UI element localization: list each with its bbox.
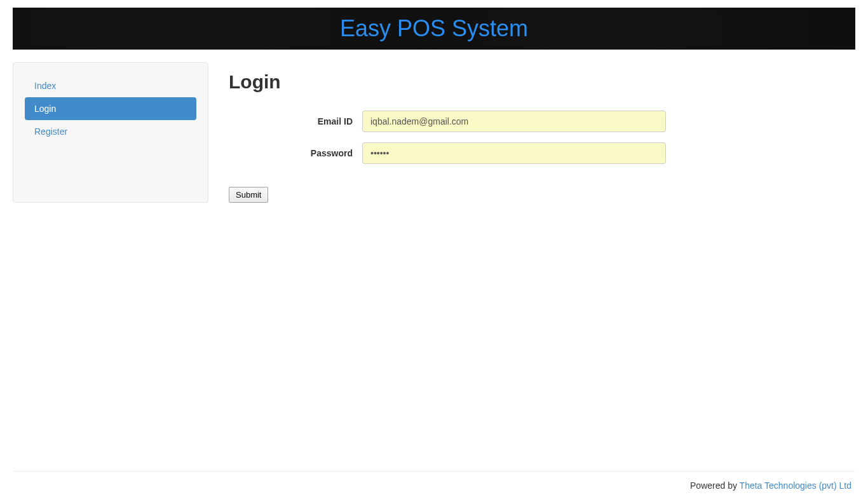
footer-prefix: Powered by xyxy=(690,480,740,491)
footer-link[interactable]: Theta Technologies (pvt) Ltd xyxy=(740,480,851,491)
submit-button[interactable]: Submit xyxy=(229,187,268,203)
sidebar: Index Login Register xyxy=(13,62,208,203)
main-content: Login Email ID Password Submit xyxy=(208,62,855,203)
page-title: Login xyxy=(229,71,849,93)
sidebar-item-login[interactable]: Login xyxy=(25,97,196,120)
form-row-email: Email ID xyxy=(229,111,849,132)
app-title: Easy POS System xyxy=(340,15,528,42)
content-wrapper: Index Login Register Login Email ID Pass… xyxy=(13,62,855,203)
form-row-password: Password xyxy=(229,142,849,164)
email-field[interactable] xyxy=(362,111,666,132)
sidebar-item-index[interactable]: Index xyxy=(25,74,196,97)
header: Easy POS System xyxy=(13,8,855,50)
sidebar-item-register[interactable]: Register xyxy=(25,120,196,143)
password-label: Password xyxy=(229,148,362,158)
password-field[interactable] xyxy=(362,142,666,164)
email-label: Email ID xyxy=(229,116,362,126)
footer: Powered by Theta Technologies (pvt) Ltd xyxy=(13,471,855,491)
